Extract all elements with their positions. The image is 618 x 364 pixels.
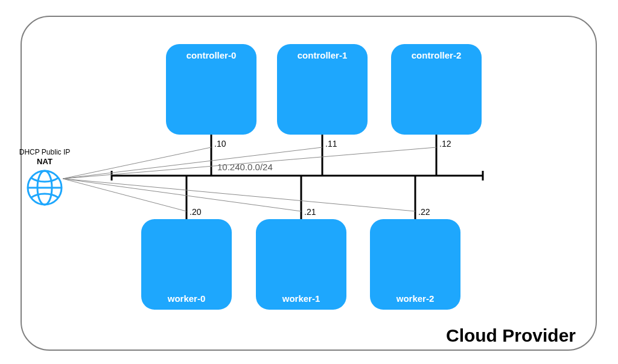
node-label: controller-1 — [277, 50, 368, 60]
node-controller-1: controller-1 — [277, 44, 368, 135]
diagram-stage: Cloud Provider DHCP Public IP NAT contro… — [0, 0, 618, 364]
node-controller-2: controller-2 — [391, 44, 482, 135]
node-label: worker-1 — [256, 293, 346, 304]
node-worker-2: worker-2 — [370, 219, 460, 310]
subnet-label: 10.240.0.0/24 — [217, 162, 273, 172]
node-label: controller-0 — [166, 50, 256, 60]
ip-worker-1: .21 — [304, 207, 316, 217]
ip-controller-1: .11 — [325, 139, 337, 148]
nat-label: NAT — [8, 157, 81, 166]
ip-controller-2: .12 — [439, 139, 451, 148]
ip-worker-0: .20 — [190, 207, 201, 217]
node-worker-1: worker-1 — [256, 219, 346, 310]
dhcp-label: DHCP Public IP — [8, 148, 81, 156]
node-label: controller-2 — [391, 50, 482, 60]
ip-worker-2: .22 — [418, 207, 430, 217]
internet-block: DHCP Public IP NAT — [8, 148, 81, 209]
ip-controller-0: .10 — [214, 139, 226, 148]
node-label: worker-2 — [370, 293, 460, 304]
node-controller-0: controller-0 — [166, 44, 256, 135]
globe-icon — [25, 168, 64, 207]
container-title: Cloud Provider — [446, 325, 576, 346]
node-label: worker-0 — [141, 293, 232, 304]
node-worker-0: worker-0 — [141, 219, 232, 310]
